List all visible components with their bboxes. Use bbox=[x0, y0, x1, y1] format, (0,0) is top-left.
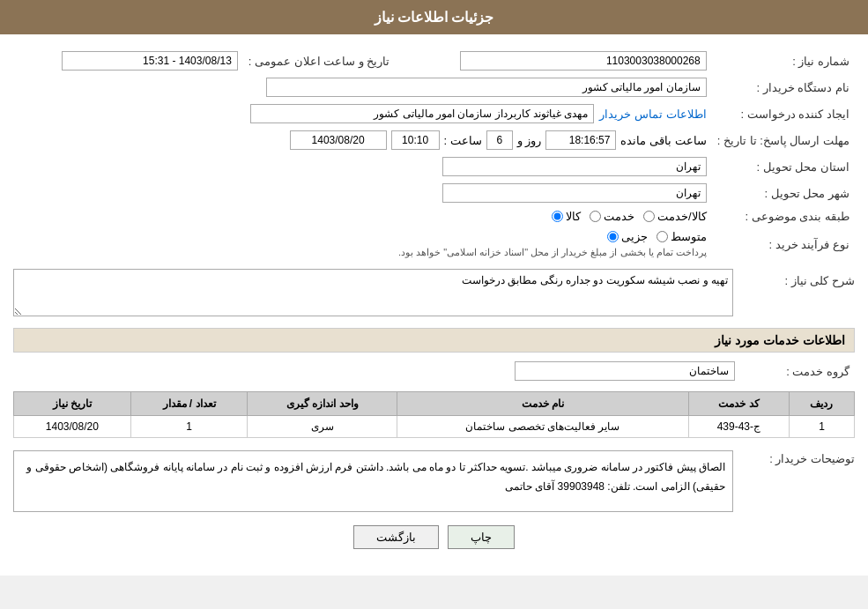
cell-tedad: 1 bbox=[130, 416, 248, 438]
radio-motavasset[interactable]: متوسط bbox=[657, 230, 707, 243]
tarikh-elam-cell bbox=[13, 48, 243, 74]
page-container: جزئیات اطلاعات نیاز شماره نیاز : تاریخ و… bbox=[0, 0, 868, 576]
roz-label: روز و bbox=[517, 134, 542, 147]
sharh-label: شرح کلی نیاز : bbox=[740, 269, 855, 287]
tavazihat-container: الصاق پیش فاکتور در سامانه ضروری میباشد … bbox=[13, 447, 733, 512]
col-vahed: واحد اندازه گیری bbox=[248, 392, 397, 416]
ostan-input[interactable] bbox=[442, 157, 707, 176]
radio-motavasset-input[interactable] bbox=[657, 231, 668, 242]
cell-vahed: سری bbox=[248, 416, 397, 438]
nam-dastgah-cell bbox=[13, 74, 712, 100]
khedmat-label: خدمت bbox=[604, 210, 634, 223]
radio-khedmat-input[interactable] bbox=[590, 211, 601, 222]
col-tarikh: تاریخ نیاز bbox=[14, 392, 131, 416]
table-row: 1 ج-43-439 سایر فعالیت‌های تخصصی ساختمان… bbox=[14, 416, 855, 438]
tavazihat-row: توضیحات خریدار : الصاق پیش فاکتور در سام… bbox=[13, 447, 855, 512]
services-table: ردیف کد خدمت نام خدمت واحد اندازه گیری ت… bbox=[13, 391, 855, 438]
gorohe-khedmat-input[interactable] bbox=[515, 361, 735, 381]
page-header: جزئیات اطلاعات نیاز bbox=[0, 0, 868, 34]
tavazihat-label: توضیحات خریدار : bbox=[740, 447, 855, 465]
ijad-konande-input[interactable] bbox=[250, 104, 594, 123]
radio-kala-khedmat[interactable]: کالا/خدمت bbox=[643, 210, 707, 223]
print-button[interactable]: چاپ bbox=[448, 525, 515, 549]
kala-khedmat-label: کالا/خدمت bbox=[657, 210, 707, 223]
mohlat-cell: ساعت باقی مانده روز و ساعت : bbox=[13, 127, 712, 153]
sharh-textarea[interactable] bbox=[13, 269, 733, 316]
mohlat-date-input[interactable] bbox=[290, 130, 387, 150]
col-kod: کد خدمت bbox=[688, 392, 789, 416]
shomare-niaz-cell bbox=[395, 48, 711, 74]
gorohe-khedmat-cell bbox=[13, 358, 740, 384]
col-nam: نام خدمت bbox=[397, 392, 689, 416]
shomare-niaz-label: شماره نیاز : bbox=[712, 48, 855, 74]
gorohe-khedmat-label: گروه خدمت : bbox=[740, 358, 855, 384]
kala-label: کالا bbox=[566, 210, 581, 223]
motavasset-label: متوسط bbox=[671, 230, 707, 243]
mohlat-roz-input[interactable] bbox=[486, 130, 513, 150]
mohlat-saat-input[interactable] bbox=[391, 130, 440, 150]
ijad-konande-cell: اطلاعات تماس خریدار bbox=[13, 100, 712, 127]
sharh-container: // Will be populated after main script r… bbox=[13, 269, 733, 319]
gorohe-khedmat-table: گروه خدمت : bbox=[13, 358, 855, 384]
noe-farayand-cell: متوسط جزیی پرداخت تمام یا بخشی از مبلغ خ… bbox=[13, 227, 712, 262]
nam-dastgah-label: نام دستگاه خریدار : bbox=[712, 74, 855, 100]
khadamat-section-title: اطلاعات خدمات مورد نیاز bbox=[13, 328, 855, 353]
ostan-cell bbox=[13, 153, 712, 180]
sharh-row: شرح کلی نیاز : // Will be populated afte… bbox=[13, 269, 855, 319]
radio-kala-input[interactable] bbox=[552, 211, 563, 222]
tamas-khardar-link[interactable]: اطلاعات تماس خریدار bbox=[599, 108, 706, 121]
tarif-bandi-label: طبقه بندی موضوعی : bbox=[712, 206, 855, 227]
shahr-input[interactable] bbox=[442, 183, 707, 203]
mohlat-label: مهلت ارسال پاسخ: تا تاریخ : bbox=[712, 127, 855, 153]
tarif-bandi-cell: کالا/خدمت خدمت کالا bbox=[13, 206, 712, 227]
ijad-konande-label: ایجاد کننده درخواست : bbox=[712, 100, 855, 127]
radio-jozii-input[interactable] bbox=[607, 231, 619, 242]
cell-nam: سایر فعالیت‌های تخصصی ساختمان bbox=[397, 416, 689, 438]
page-title: جزئیات اطلاعات نیاز bbox=[375, 10, 494, 25]
radio-khedmat[interactable]: خدمت bbox=[590, 210, 634, 223]
tarikh-elam-label: تاریخ و ساعت اعلان عمومی : bbox=[243, 48, 396, 74]
back-button[interactable]: بازگشت bbox=[353, 525, 439, 549]
mohlat-baqi-text: ساعت باقی مانده bbox=[620, 134, 706, 147]
ostan-label: استان محل تحویل : bbox=[712, 153, 855, 180]
farayand-desc: پرداخت تمام یا بخشی از مبلغ خریدار از مح… bbox=[19, 247, 707, 258]
tarikh-elam-input[interactable] bbox=[62, 51, 238, 71]
radio-jozii[interactable]: جزیی bbox=[607, 230, 648, 243]
cell-radif: 1 bbox=[789, 416, 854, 438]
radio-kala[interactable]: کالا bbox=[552, 210, 581, 223]
mohlat-saat2-input[interactable] bbox=[545, 130, 616, 150]
col-tedad: تعداد / مقدار bbox=[130, 392, 248, 416]
buttons-row: چاپ بازگشت bbox=[13, 525, 855, 549]
nam-dastgah-input[interactable] bbox=[266, 78, 707, 97]
shomare-niaz-input[interactable] bbox=[460, 51, 707, 71]
cell-kod: ج-43-439 bbox=[688, 416, 789, 438]
main-content: شماره نیاز : تاریخ و ساعت اعلان عمومی : … bbox=[0, 34, 868, 576]
saat-label: ساعت : bbox=[444, 134, 482, 147]
tavazihat-box: الصاق پیش فاکتور در سامانه ضروری میباشد … bbox=[13, 450, 733, 512]
col-radif: ردیف bbox=[789, 392, 854, 416]
info-table-top: شماره نیاز : تاریخ و ساعت اعلان عمومی : … bbox=[13, 48, 855, 262]
jozii-label: جزیی bbox=[621, 230, 648, 243]
cell-tarikh: 1403/08/20 bbox=[14, 416, 131, 438]
shahr-cell bbox=[13, 180, 712, 206]
radio-kala-khedmat-input[interactable] bbox=[643, 211, 655, 222]
noe-farayand-label: نوع فرآیند خرید : bbox=[712, 227, 855, 262]
shahr-label: شهر محل تحویل : bbox=[712, 180, 855, 206]
